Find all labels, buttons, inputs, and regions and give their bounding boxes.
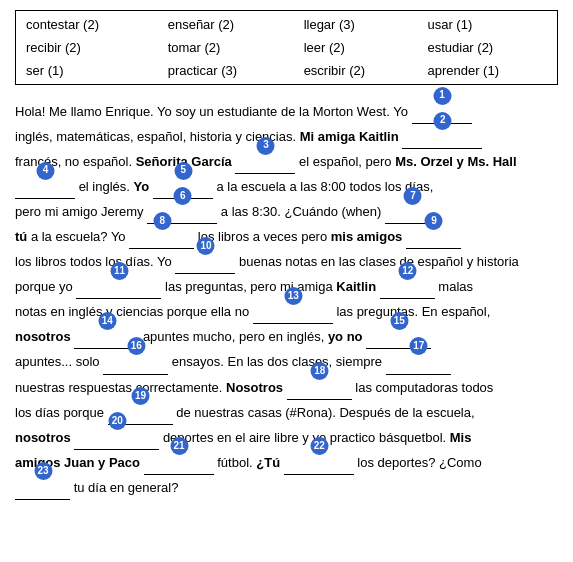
circle-14: 14 (98, 312, 116, 330)
bold-text-6b: mis amigos (331, 229, 403, 244)
blank-20[interactable]: 20 (74, 425, 159, 450)
vocab-cell-1-2: enseñar (2) (158, 11, 294, 37)
bold-text-8b: Kaitlin (336, 279, 376, 294)
vocab-cell-1-4: usar (1) (417, 11, 557, 37)
circle-6: 6 (174, 187, 192, 205)
blank-2[interactable]: 2 (402, 124, 482, 149)
bold-text-4: Yo (134, 179, 150, 194)
passage-text-15b: los deportes? ¿Como (357, 455, 481, 470)
blank-4[interactable]: 4 (15, 174, 75, 199)
blank-23[interactable]: 23 (15, 475, 70, 500)
bold-text-3b: Ms. Orzel y Ms. Hall (395, 154, 516, 169)
circle-2: 2 (434, 112, 452, 130)
circle-23: 23 (34, 462, 52, 480)
circle-12: 12 (399, 262, 417, 280)
vocab-cell-2-2: tomar (2) (158, 36, 294, 59)
vocab-cell-3-3: escribir (2) (294, 59, 418, 85)
circle-17: 17 (410, 337, 428, 355)
passage-text-5: pero mi amigo Jeremy (15, 204, 144, 219)
blank-8[interactable]: 8 (129, 224, 194, 249)
circle-5: 5 (174, 162, 192, 180)
passage-text-4b: a la escuela a las 8:00 todos los días, (216, 179, 433, 194)
passage-text-3: francés, no español. (15, 154, 136, 169)
passage-text-7b: buenas notas en las clases de español y … (239, 254, 519, 269)
circle-7: 7 (404, 187, 422, 205)
blank-12[interactable]: 12 (380, 274, 435, 299)
blank-18[interactable]: 18 (287, 375, 352, 400)
vocab-cell-2-4: estudiar (2) (417, 36, 557, 59)
passage-text-8b: las preguntas, pero mi amiga (165, 279, 336, 294)
circle-20: 20 (108, 412, 126, 430)
passage-text-8: porque yo (15, 279, 73, 294)
passage-text-11b: ensayos. En las dos clases, siempre (172, 354, 382, 369)
vocab-cell-2-1: recibir (2) (16, 36, 158, 59)
passage-text-3b: el español, pero (299, 154, 395, 169)
circle-10: 10 (197, 237, 215, 255)
blank-9[interactable]: 9 (406, 224, 461, 249)
passage-text-12b: las computadoras todos (355, 380, 493, 395)
circle-4: 4 (37, 162, 55, 180)
passage-text-9: notas en inglés y ciencias porque ella n… (15, 304, 249, 319)
passage-text-6b: los libros a veces pero (198, 229, 331, 244)
passage-text-15: fútbol. ¿Tú (217, 455, 280, 470)
passage-text-5b: a las 8:30. ¿Cuándo (when) (221, 204, 381, 219)
bold-text-2: Mi amiga Kaitlin (300, 129, 399, 144)
circle-3: 3 (257, 137, 275, 155)
passage-text-7: los libros todos los días. Yo (15, 254, 172, 269)
circle-8: 8 (153, 212, 171, 230)
blank-10[interactable]: 10 (175, 249, 235, 274)
circle-15: 15 (390, 312, 408, 330)
blank-21[interactable]: 21 (144, 450, 214, 475)
bold-text-10b: yo no (328, 329, 363, 344)
circle-1: 1 (433, 87, 451, 105)
bold-text-10: nosotros (15, 329, 71, 344)
passage-text-9b: las preguntas. En español, (336, 304, 490, 319)
vocab-cell-3-4: aprender (1) (417, 59, 557, 85)
blank-17[interactable]: 17 (386, 349, 451, 374)
passage-text-16: tu día en general? (74, 480, 179, 495)
blank-11[interactable]: 11 (76, 274, 161, 299)
vocab-table: contestar (2) enseñar (2) llegar (3) usa… (15, 10, 558, 85)
circle-16: 16 (127, 337, 145, 355)
circle-22: 22 (310, 437, 328, 455)
blank-22[interactable]: 22 (284, 450, 354, 475)
passage-text-1: Hola! Me llamo Enrique. Yo soy un estudi… (15, 104, 408, 119)
vocab-cell-3-2: practicar (3) (158, 59, 294, 85)
bold-text-14: nosotros (15, 430, 71, 445)
vocab-cell-1-1: contestar (2) (16, 11, 158, 37)
circle-9: 9 (425, 212, 443, 230)
blank-16[interactable]: 16 (103, 349, 168, 374)
passage-text-10: apuntes mucho, pero en inglés, (143, 329, 328, 344)
vocab-cell-1-3: llegar (3) (294, 11, 418, 37)
circle-13: 13 (284, 287, 302, 305)
vocab-cell-3-1: ser (1) (16, 59, 158, 85)
passage-text-6: tú a la escuela? Yo (15, 229, 126, 244)
passage-text-13: los días porque (15, 405, 104, 420)
vocab-cell-2-3: leer (2) (294, 36, 418, 59)
passage-text-13b: de nuestras casas (#Rona). Después de la… (176, 405, 474, 420)
circle-18: 18 (311, 362, 329, 380)
passage-text-4: el inglés. (79, 179, 134, 194)
circle-11: 11 (110, 262, 128, 280)
blank-13[interactable]: 13 (253, 299, 333, 324)
blank-3[interactable]: 3 (235, 149, 295, 174)
passage-text-11: apuntes... solo (15, 354, 100, 369)
circle-21: 21 (170, 437, 188, 455)
circle-19: 19 (132, 387, 150, 405)
passage-text-8c: malas (438, 279, 473, 294)
passage: Hola! Me llamo Enrique. Yo soy un estudi… (15, 99, 558, 500)
